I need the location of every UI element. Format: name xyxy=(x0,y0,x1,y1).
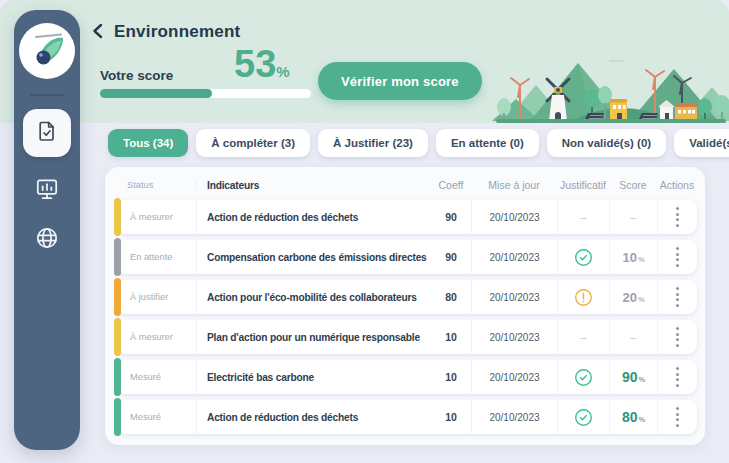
coeff-value: 80 xyxy=(431,280,471,314)
comet-logo xyxy=(19,23,75,79)
tab-non-valides[interactable]: Non validé(s) (0) xyxy=(547,129,666,157)
updated-date: 20/10/2023 xyxy=(471,280,557,314)
status-accent-bar xyxy=(114,238,121,276)
sidebar-divider xyxy=(30,94,64,96)
status-badge: Mesuré xyxy=(117,400,197,434)
status-filter-tabs: Tous (34) À compléter (3) À Justifier (2… xyxy=(108,129,729,157)
score-progress-fill xyxy=(100,89,212,98)
actions-cell xyxy=(657,200,697,234)
row-actions-menu-icon[interactable] xyxy=(668,403,687,431)
score-label: Votre score xyxy=(100,68,173,83)
score-cell: 80% xyxy=(609,400,657,434)
monitor-chart-icon xyxy=(34,176,60,206)
row-actions-menu-icon[interactable] xyxy=(668,323,687,351)
column-header-actions: Actions xyxy=(657,179,697,191)
column-header-coeff: Coeff xyxy=(431,179,471,191)
tab-a-completer[interactable]: À compléter (3) xyxy=(196,129,310,157)
status-accent-bar xyxy=(114,278,121,316)
column-header-mise-a-jour: Mise à jour xyxy=(471,179,557,191)
tab-a-justifier[interactable]: À Justifier (23) xyxy=(318,129,428,157)
sidebar-item-web[interactable] xyxy=(34,225,60,255)
sidebar xyxy=(14,10,80,450)
column-header-status: Status xyxy=(117,180,197,190)
check-circle-icon xyxy=(574,368,593,387)
tab-tous[interactable]: Tous (34) xyxy=(108,129,188,157)
table-row: À mesurer Plan d'action pour un numériqu… xyxy=(117,320,697,354)
sidebar-item-indicators[interactable] xyxy=(23,109,71,157)
updated-date: 20/10/2023 xyxy=(471,240,557,274)
justificatif-cell: – xyxy=(557,280,609,314)
sidebar-item-dashboard[interactable] xyxy=(34,176,60,206)
page-header: Environnement xyxy=(92,22,240,42)
indicator-label: Compensation carbone des émissions direc… xyxy=(197,240,431,274)
status-badge: À justifier xyxy=(117,280,197,314)
chevron-left-icon xyxy=(92,23,103,42)
coeff-value: 90 xyxy=(431,240,471,274)
empty-dash: – xyxy=(580,331,586,343)
column-header-justificatif: Justificatif xyxy=(557,179,609,191)
indicator-label: Action pour l'éco-mobilité des collabora… xyxy=(197,280,431,314)
column-header-score: Score xyxy=(609,179,657,191)
status-accent-bar xyxy=(114,318,121,356)
globe-icon xyxy=(34,225,60,255)
indicator-label: Electricité bas carbone xyxy=(197,360,431,394)
coeff-value: 90 xyxy=(431,200,471,234)
row-actions-menu-icon[interactable] xyxy=(668,363,687,391)
row-actions-menu-icon[interactable] xyxy=(668,283,687,311)
check-circle-icon xyxy=(574,248,593,267)
row-actions-menu-icon[interactable] xyxy=(668,203,687,231)
warning-circle-icon xyxy=(574,288,593,307)
score-unit: % xyxy=(276,63,289,80)
indicator-label: Action de réduction des déchets xyxy=(197,400,431,434)
status-badge: À mesurer xyxy=(117,320,197,354)
coeff-value: 10 xyxy=(431,400,471,434)
table-row: À mesurer Action de réduction des déchet… xyxy=(117,200,697,234)
back-button[interactable] xyxy=(92,23,103,42)
check-circle-icon xyxy=(574,408,593,427)
actions-cell xyxy=(657,400,697,434)
actions-cell xyxy=(657,280,697,314)
justificatif-cell: – xyxy=(557,360,609,394)
indicator-label: Action de réduction des déchets xyxy=(197,200,431,234)
score-cell: – xyxy=(609,200,657,234)
score-cell: 20% xyxy=(609,280,657,314)
document-check-icon xyxy=(35,119,59,147)
status-badge: Mesuré xyxy=(117,360,197,394)
status-accent-bar xyxy=(114,358,121,396)
status-accent-bar xyxy=(114,398,121,436)
score-cell: 10% xyxy=(609,240,657,274)
tab-valides[interactable]: Validé(s) (0) xyxy=(674,129,729,157)
score-cell: 90% xyxy=(609,360,657,394)
column-header-indicateurs: Indicateurs xyxy=(197,180,431,191)
tab-en-attente[interactable]: En attente (0) xyxy=(436,129,539,157)
row-actions-menu-icon[interactable] xyxy=(668,243,687,271)
updated-date: 20/10/2023 xyxy=(471,320,557,354)
updated-date: 20/10/2023 xyxy=(471,200,557,234)
score-value: 53% xyxy=(234,45,290,83)
landscape-illustration xyxy=(492,55,729,123)
coeff-value: 10 xyxy=(431,360,471,394)
actions-cell xyxy=(657,360,697,394)
updated-date: 20/10/2023 xyxy=(471,360,557,394)
score-progress-bar xyxy=(100,89,311,98)
actions-cell xyxy=(657,320,697,354)
empty-dash: – xyxy=(580,211,586,223)
justificatif-cell: – xyxy=(557,320,609,354)
page-title: Environnement xyxy=(114,22,240,42)
justificatif-cell: – xyxy=(557,240,609,274)
table-row: À justifier Action pour l'éco-mobilité d… xyxy=(117,280,697,314)
indicators-table: Status Indicateurs Coeff Mise à jour Jus… xyxy=(105,167,705,445)
actions-cell xyxy=(657,240,697,274)
status-accent-bar xyxy=(114,198,121,236)
status-badge: À mesurer xyxy=(117,200,197,234)
score-cell: – xyxy=(609,320,657,354)
justificatif-cell: – xyxy=(557,200,609,234)
table-row: En attente Compensation carbone des émis… xyxy=(117,240,697,274)
table-row: Mesuré Electricité bas carbone 10 20/10/… xyxy=(117,360,697,394)
justificatif-cell: – xyxy=(557,400,609,434)
updated-date: 20/10/2023 xyxy=(471,400,557,434)
table-row: Mesuré Action de réduction des déchets 1… xyxy=(117,400,697,434)
status-badge: En attente xyxy=(117,240,197,274)
table-header: Status Indicateurs Coeff Mise à jour Jus… xyxy=(117,177,697,200)
verify-score-button[interactable]: Vérifier mon score xyxy=(318,62,482,100)
